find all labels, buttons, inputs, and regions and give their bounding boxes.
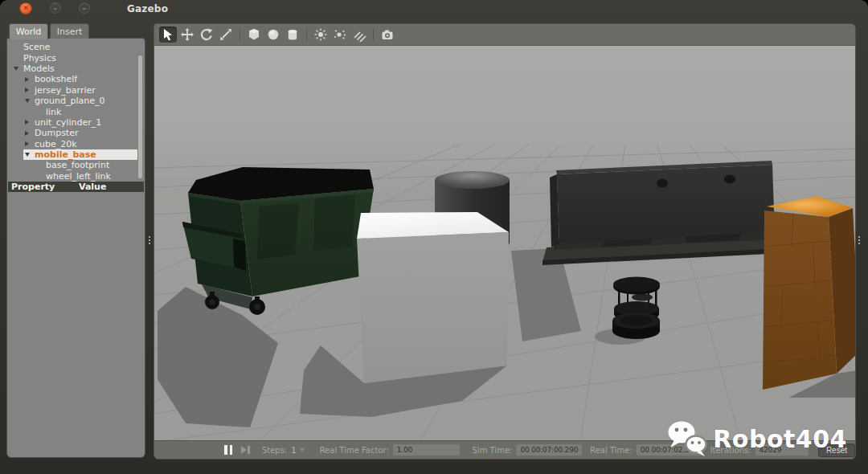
tree-item-label: jersey_barrier bbox=[35, 85, 96, 96]
insert-cylinder-tool[interactable] bbox=[284, 27, 301, 43]
move-icon bbox=[180, 27, 194, 42]
insert-sphere-tool[interactable] bbox=[264, 27, 282, 43]
turtlebot-mobile-base[interactable] bbox=[612, 277, 660, 340]
scale-icon bbox=[219, 27, 233, 42]
right-splitter-grip[interactable] bbox=[857, 234, 862, 247]
watermark-text: Robot404 bbox=[713, 425, 847, 453]
screenshot-tool[interactable] bbox=[379, 27, 396, 43]
cylinder-icon bbox=[285, 27, 300, 42]
steps-value[interactable]: 1 bbox=[291, 446, 296, 455]
camera-icon bbox=[380, 27, 395, 42]
scale-tool[interactable] bbox=[217, 27, 235, 43]
tree-expand-arrow-icon[interactable] bbox=[25, 141, 35, 146]
tree-item-label: link bbox=[46, 107, 61, 117]
tree-expand-arrow-icon[interactable] bbox=[25, 77, 35, 82]
tree-expand-arrow-icon[interactable] bbox=[14, 67, 23, 71]
sim-time-label: Sim Time: bbox=[473, 446, 513, 455]
spot-light-tool[interactable] bbox=[331, 27, 349, 43]
viewport-toolbar bbox=[154, 24, 855, 45]
select-tool[interactable] bbox=[159, 27, 177, 43]
translate-tool[interactable] bbox=[178, 27, 196, 43]
value-column-header: Value bbox=[79, 182, 106, 192]
sky bbox=[154, 46, 855, 144]
directional-light-icon bbox=[352, 27, 366, 42]
tree-item-Scene[interactable]: Scene bbox=[7, 42, 145, 52]
tree-item-cube_20k[interactable]: cube_20k bbox=[7, 139, 145, 149]
sun-icon bbox=[313, 27, 328, 42]
sim-time-field: 00 00:07:00.290 bbox=[516, 444, 582, 456]
steps-caret-icon[interactable] bbox=[300, 448, 305, 452]
box-icon bbox=[247, 27, 261, 42]
tree-item-Models[interactable]: Models bbox=[7, 63, 145, 74]
sphere-icon bbox=[266, 27, 280, 42]
wechat-logo-icon bbox=[665, 419, 709, 459]
tree-expand-arrow-icon[interactable] bbox=[25, 99, 35, 103]
jersey-barrier[interactable] bbox=[542, 161, 784, 265]
watermark: Robot404 bbox=[665, 419, 847, 459]
tree-item-label: Scene bbox=[23, 42, 51, 52]
toolbar-separator bbox=[240, 28, 240, 41]
toolbar-separator bbox=[306, 28, 307, 41]
tree-item-label: cube_20k bbox=[35, 139, 77, 149]
tree-item-wheel_left_link[interactable]: wheel_left_link bbox=[7, 171, 145, 182]
point-light-tool[interactable] bbox=[312, 27, 330, 43]
tree-item-link[interactable]: link bbox=[7, 106, 145, 116]
render-viewport: Steps: 1 Real Time Factor: 1.00 Sim Time… bbox=[154, 23, 856, 460]
tree-item-label: Models bbox=[23, 63, 55, 74]
white-cube[interactable] bbox=[357, 212, 509, 383]
directional-light-tool[interactable] bbox=[350, 27, 368, 43]
rotate-tool[interactable] bbox=[198, 27, 215, 43]
tree-expand-arrow-icon[interactable] bbox=[25, 120, 35, 125]
tree-item-label: wheel_left_link bbox=[46, 171, 111, 182]
tree-item-unit_cylinder_1[interactable]: unit_cylinder_1 bbox=[7, 117, 145, 128]
tree-expand-arrow-icon[interactable] bbox=[25, 153, 35, 157]
tree-item-jersey_barrier[interactable]: jersey_barrier bbox=[7, 85, 145, 96]
real-time-factor-label: Real Time Factor: bbox=[320, 446, 389, 455]
gazebo-window: ✕ Gazebo World Insert ScenePhysicsModels… bbox=[0, 0, 868, 474]
tree-item-base_footprint[interactable]: base_footprint bbox=[7, 160, 145, 170]
steps-label: Steps: bbox=[262, 446, 287, 455]
real-time-label: Real Time: bbox=[590, 446, 633, 455]
tree-item-label: mobile_base bbox=[35, 149, 96, 160]
tree-expand-arrow-icon[interactable] bbox=[25, 131, 35, 136]
step-button[interactable] bbox=[240, 445, 252, 455]
world-tree-panel: ScenePhysicsModelsbookshelfjersey_barrie… bbox=[6, 38, 145, 458]
tree-item-bookshelf[interactable]: bookshelf bbox=[7, 74, 145, 84]
left-splitter-grip[interactable] bbox=[147, 234, 152, 247]
tree-item-label: Physics bbox=[23, 53, 56, 63]
render-canvas[interactable] bbox=[154, 45, 855, 441]
property-table-header: Property Value bbox=[8, 182, 144, 192]
cursor-icon bbox=[161, 27, 175, 42]
model-tree: ScenePhysicsModelsbookshelfjersey_barrie… bbox=[7, 42, 145, 182]
minimize-button[interactable] bbox=[50, 2, 61, 14]
tree-item-mobile_base[interactable]: mobile_base bbox=[7, 149, 145, 160]
property-pane bbox=[8, 192, 144, 456]
tree-item-Dumpster[interactable]: Dumpster bbox=[7, 128, 145, 138]
spotlight-icon bbox=[333, 27, 347, 42]
tree-item-label: bookshelf bbox=[35, 74, 77, 84]
insert-box-tool[interactable] bbox=[245, 27, 263, 43]
tree-item-label: base_footprint bbox=[46, 160, 109, 170]
pause-button[interactable] bbox=[222, 445, 235, 456]
real-time-factor-field: 1.00 bbox=[393, 444, 460, 456]
panel-tabs: World Insert bbox=[9, 23, 89, 39]
property-column-header: Property bbox=[8, 182, 55, 192]
tree-scrollbar-thumb[interactable] bbox=[138, 55, 142, 178]
close-button[interactable]: ✕ bbox=[19, 2, 32, 14]
window-title: Gazebo bbox=[127, 3, 168, 14]
render-scene bbox=[154, 46, 855, 441]
tree-item-label: ground_plane_0 bbox=[35, 96, 104, 106]
toolbar-separator bbox=[373, 28, 374, 41]
left-panel: World Insert ScenePhysicsModelsbookshelf… bbox=[6, 23, 145, 458]
wooden-box[interactable] bbox=[763, 196, 855, 390]
tab-world[interactable]: World bbox=[9, 23, 48, 39]
maximize-button[interactable] bbox=[79, 2, 90, 14]
rotate-icon bbox=[199, 27, 214, 42]
tree-item-label: Dumpster bbox=[35, 128, 78, 138]
tab-insert[interactable]: Insert bbox=[50, 23, 89, 39]
tree-expand-arrow-icon[interactable] bbox=[25, 88, 35, 92]
tree-item-label: unit_cylinder_1 bbox=[35, 117, 101, 128]
tree-item-ground_plane_0[interactable]: ground_plane_0 bbox=[7, 96, 145, 106]
tree-item-Physics[interactable]: Physics bbox=[7, 52, 145, 63]
titlebar: ✕ Gazebo bbox=[0, 0, 868, 19]
